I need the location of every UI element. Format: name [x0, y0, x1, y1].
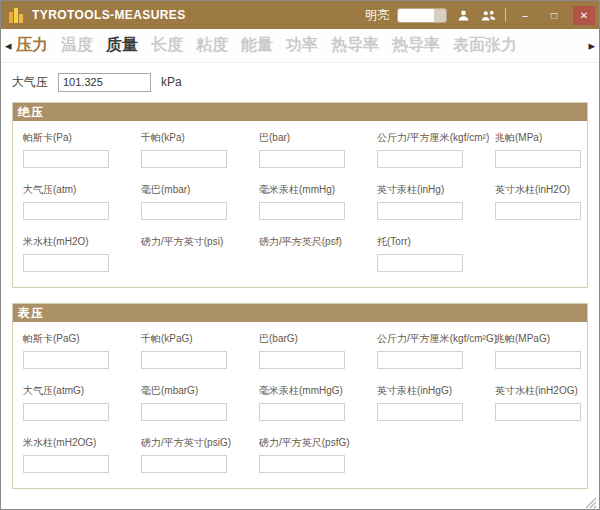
unit-field: 米水柱(mH2OG) [23, 436, 141, 488]
tab[interactable]: 热导率 [331, 35, 379, 56]
unit-input[interactable] [259, 403, 345, 421]
unit-field: 托(Torr) [377, 235, 495, 287]
unit-field: 毫米汞柱(mmHg) [259, 183, 377, 235]
titlebar-controls: 明亮 – □ ✕ [365, 1, 599, 29]
unit-label: 千帕(kPa) [141, 131, 259, 145]
unit-label: 帕斯卡(Pa) [23, 131, 141, 145]
unit-label: 英寸汞柱(inHg) [377, 183, 495, 197]
absolute-pressure-section: 绝压 帕斯卡(Pa) 千帕(kPa) 巴(bar) [12, 102, 588, 288]
page-content: 大气压 kPa 绝压 帕斯卡(Pa) 千帕(kPa) [1, 72, 599, 489]
tab[interactable]: 表面张力 [453, 35, 517, 56]
unit-field: 公斤力/平方厘米(kgf/cm²) [377, 131, 495, 183]
unit-input[interactable] [141, 351, 227, 369]
unit-field: 大气压(atm) [23, 183, 141, 235]
unit-field: 米水柱(mH2O) [23, 235, 141, 287]
unit-input[interactable] [259, 150, 345, 168]
unit-input[interactable] [495, 403, 581, 421]
unit-input[interactable] [141, 202, 227, 220]
minimize-button[interactable]: – [515, 6, 535, 25]
unit-input[interactable] [377, 150, 463, 168]
titlebar: TYROTOOLS-MEASURES 明亮 – □ [1, 1, 599, 29]
unit-input[interactable] [141, 455, 227, 473]
unit-field: 英寸水柱(inH2O) [495, 183, 600, 235]
user-icon[interactable] [455, 7, 471, 23]
unit-label: 毫米汞柱(mmHgG) [259, 384, 377, 398]
unit-field: 公斤力/平方厘米(kgf/cm²G) [377, 332, 495, 384]
unit-label: 巴(barG) [259, 332, 377, 346]
brightness-slider[interactable] [398, 9, 446, 22]
atmospheric-pressure-row: 大气压 kPa [12, 72, 588, 92]
unit-field: 巴(barG) [259, 332, 377, 384]
unit-input[interactable] [23, 455, 109, 473]
unit-input[interactable] [23, 351, 109, 369]
unit-label: 英寸水柱(inH2OG) [495, 384, 600, 398]
unit-field: 英寸汞柱(inHg) [377, 183, 495, 235]
unit-label: 兆帕(MPa) [495, 131, 600, 145]
unit-input[interactable] [23, 403, 109, 421]
unit-input[interactable] [495, 150, 581, 168]
unit-field: 兆帕(MPaG) [495, 332, 600, 384]
unit-input[interactable] [377, 202, 463, 220]
unit-label: 磅力/平方英尺(psf) [259, 235, 377, 249]
unit-field: 毫巴(mbar) [141, 183, 259, 235]
tab[interactable]: 温度 [61, 35, 93, 56]
unit-input[interactable] [377, 351, 463, 369]
absolute-pressure-title: 绝压 [13, 103, 587, 121]
tab[interactable]: 功率 [286, 35, 318, 56]
scroll-left-icon[interactable]: ◂ [3, 29, 14, 62]
tab[interactable]: 粘度 [196, 35, 228, 56]
unit-label: 兆帕(MPaG) [495, 332, 600, 346]
tab[interactable]: 质量 [106, 35, 138, 56]
unit-input[interactable] [23, 202, 109, 220]
unit-field: 巴(bar) [259, 131, 377, 183]
tab-bar: ◂ 压力 温度 质量 长度 粘度 能量 功率 热导率 热导率 表面张力 [1, 29, 599, 63]
unit-field: 帕斯卡(PaG) [23, 332, 141, 384]
unit-field: 磅力/平方英尺(psf) [259, 235, 377, 287]
unit-label: 帕斯卡(PaG) [23, 332, 141, 346]
unit-label: 毫米汞柱(mmHg) [259, 183, 377, 197]
tab[interactable]: 热导率 [392, 35, 440, 56]
unit-label: 英寸水柱(inH2O) [495, 183, 600, 197]
unit-input[interactable] [259, 455, 345, 473]
window-title: TYROTOOLS-MEASURES [32, 8, 186, 22]
unit-input[interactable] [141, 150, 227, 168]
resize-grip[interactable] [585, 495, 597, 507]
maximize-button[interactable]: □ [544, 6, 564, 25]
unit-input[interactable] [377, 403, 463, 421]
unit-input[interactable] [259, 351, 345, 369]
unit-input[interactable] [377, 254, 463, 272]
unit-input[interactable] [23, 150, 109, 168]
unit-label: 托(Torr) [377, 235, 495, 249]
gauge-pressure-grid: 帕斯卡(PaG) 千帕(kPaG) 巴(barG) 公斤力/平方 [13, 322, 587, 488]
atmospheric-pressure-input[interactable] [58, 73, 151, 92]
unit-label: 毫巴(mbar) [141, 183, 259, 197]
unit-input[interactable] [141, 403, 227, 421]
unit-field: 千帕(kPa) [141, 131, 259, 183]
unit-field: 磅力/平方英寸(psiG) [141, 436, 259, 488]
users-icon[interactable] [480, 7, 496, 23]
tab[interactable]: 压力 [16, 35, 48, 56]
unit-input[interactable] [23, 254, 109, 272]
unit-label: 磅力/平方英寸(psi) [141, 235, 259, 249]
unit-input[interactable] [259, 202, 345, 220]
gauge-pressure-section: 表压 帕斯卡(PaG) 千帕(kPaG) 巴(barG) [12, 303, 588, 489]
scroll-right-icon[interactable]: ▸ [586, 29, 597, 62]
close-button[interactable]: ✕ [573, 6, 595, 25]
tab[interactable]: 能量 [241, 35, 273, 56]
unit-field: 毫巴(mbarG) [141, 384, 259, 436]
tab[interactable]: 长度 [151, 35, 183, 56]
atmospheric-pressure-label: 大气压 [12, 74, 48, 91]
app-window: TYROTOOLS-MEASURES 明亮 – □ [0, 0, 600, 510]
brightness-label: 明亮 [365, 7, 389, 24]
unit-label: 磅力/平方英尺(psfG) [259, 436, 377, 450]
unit-field: 千帕(kPaG) [141, 332, 259, 384]
unit-field: 毫米汞柱(mmHgG) [259, 384, 377, 436]
atmospheric-unit-label: kPa [161, 75, 182, 89]
unit-field: 英寸汞柱(inHgG) [377, 384, 495, 436]
unit-label: 英寸汞柱(inHgG) [377, 384, 495, 398]
unit-input[interactable] [495, 202, 581, 220]
unit-label: 巴(bar) [259, 131, 377, 145]
unit-input[interactable] [495, 351, 581, 369]
titlebar-separator [505, 8, 506, 22]
app-icon [8, 7, 25, 24]
